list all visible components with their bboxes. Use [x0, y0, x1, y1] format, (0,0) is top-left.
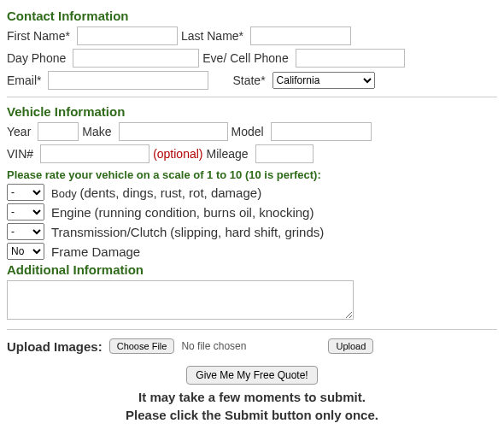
submit-note-1: It may take a few moments to submit. [138, 390, 366, 404]
day-phone-input[interactable] [73, 49, 199, 68]
state-select[interactable]: California [273, 72, 375, 89]
model-input[interactable] [271, 122, 372, 141]
no-file-text: No file chosen [181, 340, 246, 352]
upload-heading: Upload Images: [7, 339, 103, 354]
body-label-prefix: Body [51, 187, 77, 200]
trans-label-desc: (slipping, hard shift, grinds) [170, 225, 324, 239]
contact-heading: Contact Information [7, 9, 497, 23]
eve-phone-input[interactable] [296, 49, 405, 68]
year-label: Year [7, 125, 31, 138]
mileage-input[interactable] [255, 144, 314, 163]
mileage-label: Mileage [207, 147, 249, 161]
engine-label-desc: (running condition, burns oil, knocking) [95, 205, 314, 220]
frame-rating-select[interactable]: No [7, 243, 44, 260]
vin-label: VIN# [7, 147, 33, 161]
rating-prompt: Please rate your vehicle on a scale of 1… [7, 168, 497, 181]
body-rating-select[interactable]: - [7, 184, 44, 201]
divider [7, 329, 497, 330]
engine-label-prefix: Engine [51, 205, 91, 220]
additional-heading: Additional Information [7, 262, 497, 277]
divider [7, 97, 497, 97]
submit-note-2: Please click the Submit button only once… [126, 408, 378, 422]
first-name-label: First Name* [7, 29, 70, 43]
first-name-input[interactable] [77, 26, 178, 45]
upload-button[interactable]: Upload [328, 338, 373, 354]
vin-optional: (optional) [153, 147, 202, 161]
additional-textarea[interactable] [7, 280, 354, 320]
trans-label-prefix: Transmission/Clutch [51, 225, 167, 239]
last-name-label: Last Name* [181, 29, 243, 43]
body-label-desc: (dents, dings, rust, rot, damage) [80, 185, 262, 200]
vehicle-heading: Vehicle Information [7, 104, 497, 119]
day-phone-label: Day Phone [7, 51, 66, 65]
state-label: State* [232, 74, 265, 87]
choose-file-button[interactable]: Choose File [109, 338, 175, 354]
frame-label: Frame Damage [51, 244, 140, 259]
make-input[interactable] [119, 122, 228, 141]
year-input[interactable] [38, 122, 79, 141]
model-label: Model [231, 125, 264, 138]
email-input[interactable] [48, 71, 208, 90]
make-label: Make [82, 125, 111, 138]
submit-button[interactable]: Give Me My Free Quote! [186, 366, 317, 385]
engine-rating-select[interactable]: - [7, 203, 44, 220]
trans-rating-select[interactable]: - [7, 223, 44, 240]
last-name-input[interactable] [250, 26, 351, 45]
vin-input[interactable] [40, 144, 149, 163]
email-label: Email* [7, 74, 41, 87]
eve-phone-label: Eve/ Cell Phone [202, 51, 288, 65]
